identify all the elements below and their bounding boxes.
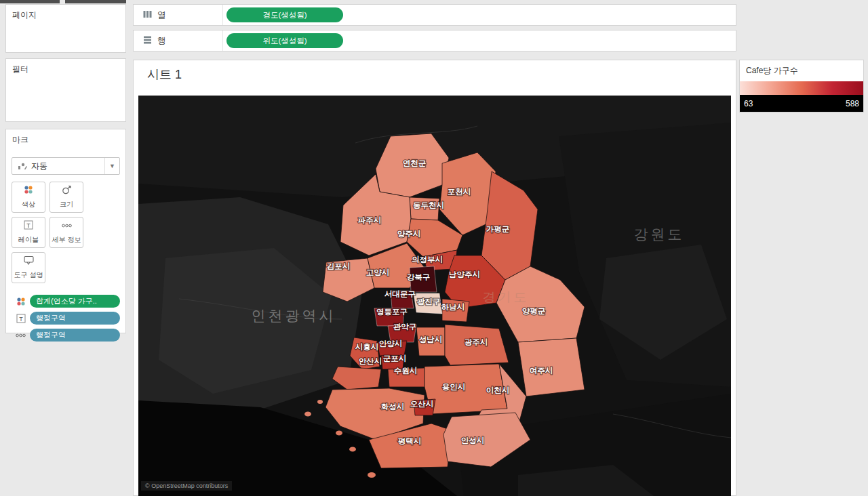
mark-type-dropdown[interactable]: 자동 ▼: [12, 157, 120, 175]
columns-shelf-label: 열: [157, 9, 166, 21]
chevron-down-icon[interactable]: ▼: [104, 158, 119, 174]
map-region-label-siheung: 시흥시: [355, 343, 379, 351]
rows-shelf-label: 행: [157, 35, 166, 47]
mark-type-icon: [12, 162, 31, 170]
map-region-label-gapyeong: 가평군: [486, 225, 510, 233]
rows-pill[interactable]: 위도(생성됨): [226, 33, 343, 48]
map-area-label: 강원도: [634, 226, 685, 242]
marks-button-color[interactable]: 색상: [12, 182, 45, 213]
detail-icon: [15, 331, 26, 339]
columns-icon: [143, 10, 152, 20]
map-region-label-suwon: 수원시: [394, 367, 418, 375]
color-legend[interactable]: Cafe당 가구수 63 588: [739, 60, 864, 112]
marks-title: 마크: [6, 129, 125, 150]
legend-gradient-bar[interactable]: [740, 81, 863, 95]
marks-pill-sum-households[interactable]: 합계(업소당 가구..: [30, 295, 120, 308]
map-region-label-hanam: 하남시: [441, 303, 465, 311]
columns-pill[interactable]: 경도(생성됨): [226, 7, 343, 22]
map-region-label-uijeongbu: 의정부시: [412, 255, 443, 264]
worksheet: 시트 1 연천군포천시가평: [133, 60, 736, 496]
map-region-label-namyangju: 남양주시: [449, 270, 480, 278]
map-region-label-pyeongtaek: 평택시: [398, 437, 422, 445]
detail-icon: [61, 220, 73, 232]
size-icon: [62, 185, 71, 197]
map-region-label-gwangju: 광주시: [465, 338, 488, 346]
marks-card: 마크 자동 ▼ 색상크기T레이블세부 정보도구 설명 합계(업소당 가구..T행…: [5, 129, 126, 333]
tooltip-icon: [24, 255, 34, 268]
map-region-label-gwanak: 관악구: [393, 323, 417, 331]
map-view[interactable]: 연천군포천시가평군동두천시파주시양주시의정부시남양주시김포시고양시양평군하남시강…: [138, 96, 731, 496]
map-region-label-seodaemun: 서대문구: [384, 290, 416, 298]
map-attribution-link[interactable]: © OpenStreetMap contributors: [141, 481, 232, 491]
map-region-label-anseong: 안성시: [461, 436, 485, 445]
map-area-label: 경기도: [483, 290, 530, 304]
rows-shelf[interactable]: 행 위도(생성됨): [133, 30, 736, 51]
map-region-label-yeongdeungpo: 영등포구: [376, 308, 408, 316]
map-region-label-ansan: 안산시: [359, 357, 382, 365]
map-region-label-gwangjin: 광진구: [417, 297, 441, 306]
map-region-label-goyang: 고양시: [366, 268, 390, 276]
marks-button-label: 세부 정보: [52, 235, 81, 245]
window-edge-fragment: [65, 0, 126, 3]
filters-title: 필터: [6, 59, 125, 80]
legend-max-value: 588: [846, 99, 859, 108]
svg-text:T: T: [26, 222, 31, 229]
sheet-title: 시트 1: [147, 66, 182, 83]
map-region-label-paju: 파주시: [358, 216, 382, 224]
map-region-label-yangpyeong: 양평군: [522, 307, 546, 315]
marks-button-detail[interactable]: 세부 정보: [50, 217, 83, 248]
window-edge-fragment: [0, 0, 60, 3]
marks-button-size[interactable]: 크기: [50, 182, 83, 213]
map-region-label-anyang: 안양시: [379, 339, 403, 348]
marks-pill-row: T행정구역: [6, 310, 125, 327]
marks-pill-row: 합계(업소당 가구..: [6, 293, 125, 310]
rows-icon: [143, 36, 152, 46]
map-region-label-yangju: 양주시: [397, 230, 421, 238]
pages-shelf[interactable]: 페이지: [5, 4, 126, 53]
columns-shelf[interactable]: 열 경도(생성됨): [133, 4, 736, 26]
map-region-label-seongnam: 성남시: [419, 335, 443, 344]
label-icon: T: [24, 220, 33, 232]
text-icon: T: [15, 314, 26, 323]
marks-button-label: 색상: [22, 200, 35, 209]
svg-text:T: T: [19, 315, 23, 322]
marks-button-label: 도구 설명: [14, 270, 43, 280]
map-region-label-dongducheon: 동두천시: [413, 201, 444, 209]
map-region-label-hwaseong: 화성시: [381, 402, 405, 411]
map-canvas[interactable]: 연천군포천시가평군동두천시파주시양주시의정부시남양주시김포시고양시양평군하남시강…: [138, 96, 731, 496]
pages-title: 페이지: [6, 5, 125, 26]
map-region-label-yeoncheon: 연천군: [403, 159, 427, 167]
marks-button-label: 레이블: [18, 235, 39, 245]
map-region-label-gimpo: 김포시: [327, 262, 351, 270]
marks-button-label[interactable]: T레이블: [12, 217, 45, 248]
marks-button-grid: 색상크기T레이블세부 정보도구 설명: [12, 182, 120, 283]
map-area-label: 인천광역시: [252, 308, 336, 323]
marks-button-label: 크기: [60, 200, 73, 209]
color-dots-icon: [15, 297, 26, 306]
map-region-label-osan: 오산시: [410, 400, 434, 408]
legend-title: Cafe당 가구수: [740, 60, 863, 81]
legend-min-value: 63: [744, 99, 753, 108]
map-region-label-pocheon: 포천시: [448, 188, 471, 196]
filters-shelf[interactable]: 필터: [5, 58, 126, 122]
map-region-label-gangbuk: 강북구: [407, 273, 431, 281]
marks-pill-detail-district[interactable]: 행정구역: [30, 329, 120, 342]
map-region-label-yongin: 용인시: [442, 383, 466, 391]
color-icon: [24, 185, 33, 197]
marks-pills: 합계(업소당 가구..T행정구역행정구역: [6, 293, 125, 344]
mark-type-label: 자동: [31, 161, 104, 172]
map-region-label-gunpo: 군포시: [383, 354, 407, 363]
map-region-label-yeoju: 여주시: [530, 367, 553, 375]
marks-pill-row: 행정구역: [6, 327, 125, 344]
marks-pill-label-district[interactable]: 행정구역: [30, 312, 120, 325]
map-region-label-icheon: 이천시: [486, 386, 510, 394]
marks-button-tooltip[interactable]: 도구 설명: [12, 252, 45, 283]
